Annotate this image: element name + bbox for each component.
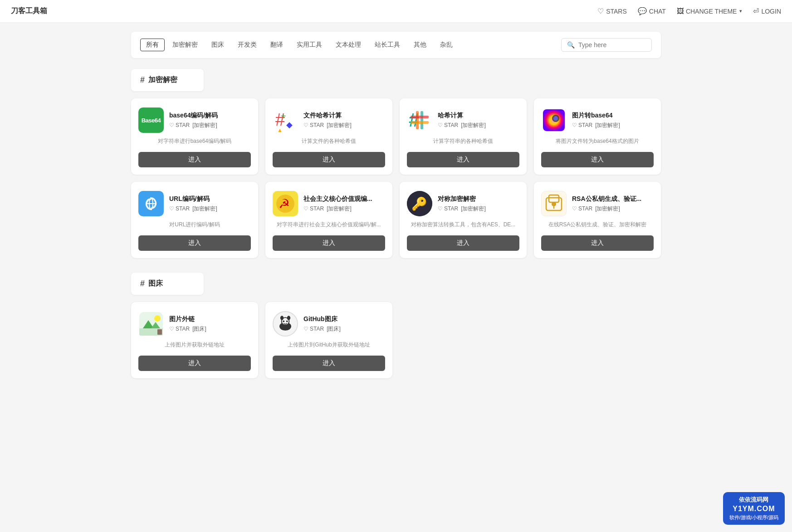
section-hash-imgbed: # — [140, 279, 145, 288]
card-desc-file-hash: 计算文件的各种哈希值 — [273, 137, 385, 146]
search-box: 🔍 — [561, 38, 652, 52]
card-desc-socialist: 对字符串进行社会主义核心价值观编码/解... — [273, 221, 385, 229]
filter-tab-other[interactable]: 其他 — [408, 39, 432, 51]
star-btn-img-base64[interactable]: ♡ STAR — [572, 122, 592, 128]
heart-icon-img-base64: ♡ — [572, 122, 577, 128]
card-name-hash: 哈希计算 — [438, 112, 486, 120]
enter-btn-github-imgbed[interactable]: 进入 — [273, 356, 385, 371]
icon-img-host — [138, 311, 164, 337]
header: 刀客工具箱 ♡ STARS 💬 CHAT 🖼 CHANGE THEME ▾ ⏎ … — [0, 0, 792, 23]
card-desc-img-host: 上传图片并获取外链地址 — [138, 341, 251, 349]
nav-change-theme[interactable]: 🖼 CHANGE THEME ▾ — [677, 7, 743, 15]
nav-login[interactable]: ⏎ LOGIN — [753, 7, 781, 15]
svg-text:◆: ◆ — [286, 120, 293, 129]
icon-img-base64 — [541, 107, 567, 133]
enter-btn-base64[interactable]: 进入 — [138, 152, 251, 167]
login-icon: ⏎ — [753, 7, 759, 15]
nav-stars[interactable]: ♡ STARS — [597, 7, 627, 15]
filter-tab-text[interactable]: 文本处理 — [330, 39, 367, 51]
card-desc-rsa: 在线RSA公私钥生成、验证、加密和解密 — [541, 221, 654, 229]
nav-chat-label: CHAT — [649, 8, 666, 15]
filter-tab-all[interactable]: 所有 — [140, 39, 165, 51]
card-tag-img-base64: [加密解密] — [595, 122, 620, 129]
icon-socialist: ☭ — [273, 191, 298, 216]
search-input[interactable] — [578, 41, 646, 49]
card-desc-img-base64: 将图片文件转为base64格式的图片 — [541, 137, 654, 146]
filter-tab-encrypt[interactable]: 加密解密 — [166, 39, 204, 51]
section-encrypt: # 加密解密 Base64 base64编码/解码 ♡ STAR [加密解密 — [131, 69, 661, 258]
section-title-encrypt: 加密解密 — [148, 75, 177, 85]
filter-tabs: 所有 加密解密 图床 开发类 翻译 实用工具 文本处理 站长工具 其他 杂乱 — [140, 39, 459, 51]
filter-tab-tools[interactable]: 实用工具 — [291, 39, 328, 51]
nav-login-label: LOGIN — [761, 8, 781, 15]
card-img-base64: 图片转base64 ♡ STAR [加密解密] 将图片文件转为base64格式的… — [534, 98, 661, 175]
star-btn-base64[interactable]: ♡ STAR — [169, 122, 190, 128]
icon-base64: Base64 — [138, 107, 164, 133]
star-btn-rsa[interactable]: ♡ STAR — [572, 205, 592, 212]
svg-point-34 — [283, 321, 284, 322]
svg-text:▲: ▲ — [277, 127, 283, 132]
chevron-down-icon: ▾ — [739, 8, 742, 14]
icon-file-hash: # + ◆ ▲ — [273, 107, 298, 133]
card-tag-url: [加密解密] — [192, 205, 217, 213]
card-name-sym-crypto: 对称加密解密 — [438, 195, 486, 203]
svg-rect-7 — [411, 116, 429, 118]
imgbed-cards-grid: 图片外链 ♡ STAR [图床] 上传图片并获取外链地址 进入 — [131, 302, 661, 378]
enter-btn-hash[interactable]: 进入 — [407, 152, 519, 167]
svg-point-20 — [552, 202, 556, 206]
card-name-file-hash: 文件哈希计算 — [303, 112, 352, 120]
heart-icon: ♡ — [597, 7, 604, 15]
enter-btn-img-host[interactable]: 进入 — [138, 356, 251, 371]
star-btn-sym-crypto[interactable]: ♡ STAR — [438, 205, 458, 212]
filter-tab-webmaster[interactable]: 站长工具 — [369, 39, 406, 51]
heart-icon-sym-crypto: ♡ — [438, 205, 443, 212]
filter-tab-translate[interactable]: 翻译 — [264, 39, 289, 51]
enter-btn-rsa[interactable]: 进入 — [541, 235, 654, 251]
star-btn-img-host[interactable]: ♡ STAR — [169, 326, 190, 332]
filter-tab-misc[interactable]: 杂乱 — [434, 39, 459, 51]
enter-btn-file-hash[interactable]: 进入 — [273, 152, 385, 167]
heart-icon-file-hash: ♡ — [303, 122, 308, 128]
enter-btn-sym-crypto[interactable]: 进入 — [407, 235, 519, 251]
svg-point-33 — [287, 316, 290, 320]
filter-tab-imgbed[interactable]: 图床 — [205, 39, 230, 51]
star-btn-url[interactable]: ♡ STAR — [169, 205, 190, 212]
section-title-imgbed: 图床 — [148, 279, 163, 288]
card-name-img-base64: 图片转base64 — [572, 112, 620, 120]
card-desc-hash: 计算字符串的各种哈希值 — [407, 137, 519, 146]
star-btn-hash[interactable]: ♡ STAR — [438, 122, 458, 128]
card-github-imgbed: GitHub图床 ♡ STAR [图床] 上传图片到GitHub并获取外链地址 … — [265, 302, 392, 378]
svg-point-35 — [286, 321, 288, 322]
card-desc-base64: 对字符串进行base64编码/解码 — [138, 137, 251, 146]
card-tag-img-host: [图床] — [192, 325, 206, 333]
filter-tab-dev[interactable]: 开发类 — [232, 39, 263, 51]
star-btn-file-hash[interactable]: ♡ STAR — [303, 122, 324, 128]
svg-rect-8 — [411, 121, 429, 124]
svg-text:🔑: 🔑 — [411, 196, 427, 211]
card-rsa: RSA公私钥生成、验证... ♡ STAR [加密解密] 在线RSA公私钥生成、… — [534, 182, 661, 258]
card-img-host: 图片外链 ♡ STAR [图床] 上传图片并获取外链地址 进入 — [131, 302, 258, 378]
svg-point-26 — [154, 315, 161, 322]
svg-point-32 — [280, 316, 284, 320]
theme-icon: 🖼 — [677, 7, 684, 15]
filter-bar: 所有 加密解密 图床 开发类 翻译 实用工具 文本处理 站长工具 其他 杂乱 🔍 — [131, 32, 661, 58]
card-tag-hash: [加密解密] — [461, 122, 486, 129]
icon-url — [138, 191, 164, 216]
encrypt-cards-grid: Base64 base64编码/解码 ♡ STAR [加密解密] 对字符串进行b… — [131, 98, 661, 258]
star-btn-github-imgbed[interactable]: ♡ STAR — [303, 326, 324, 332]
star-btn-socialist[interactable]: ♡ STAR — [303, 205, 324, 212]
icon-hash: # — [407, 107, 432, 133]
card-name-socialist: 社会主义核心价值观编... — [303, 195, 372, 203]
enter-btn-url[interactable]: 进入 — [138, 235, 251, 251]
card-desc-url: 对URL进行编码/解码 — [138, 221, 251, 229]
svg-rect-6 — [420, 111, 423, 129]
enter-btn-socialist[interactable]: 进入 — [273, 235, 385, 251]
header-nav: ♡ STARS 💬 CHAT 🖼 CHANGE THEME ▾ ⏎ LOGIN — [597, 7, 781, 15]
card-name-url: URL编码/解码 — [169, 195, 217, 203]
enter-btn-img-base64[interactable]: 进入 — [541, 152, 654, 167]
card-tag-rsa: [加密解密] — [595, 205, 620, 213]
heart-icon-url: ♡ — [169, 205, 174, 212]
chat-icon: 💬 — [638, 7, 647, 15]
nav-chat[interactable]: 💬 CHAT — [638, 7, 666, 15]
card-name-github-imgbed: GitHub图床 — [303, 315, 341, 323]
